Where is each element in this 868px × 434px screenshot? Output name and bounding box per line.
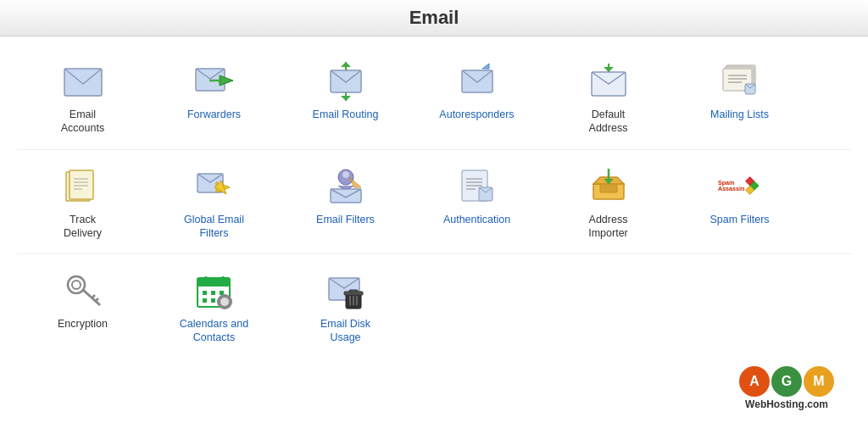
agm-circles: A G M [739, 366, 834, 397]
global-email-filters-item[interactable]: Global EmailFilters [148, 159, 280, 246]
svg-marker-10 [482, 64, 489, 69]
email-accounts-icon [61, 58, 105, 103]
svg-line-51 [92, 295, 95, 298]
content-area: EmailAccounts Forwarders [0, 36, 868, 434]
agm-g-circle: G [771, 366, 802, 397]
agm-text: WebHosting.com [745, 398, 828, 410]
svg-rect-57 [203, 291, 207, 295]
address-importer-label: AddressImporter [588, 213, 628, 241]
icon-row-2: TrackDelivery Global EmailFilters [17, 150, 851, 255]
address-importer-icon [587, 164, 631, 208]
mailing-lists-icon [718, 58, 762, 103]
authentication-icon [455, 164, 499, 208]
email-disk-usage-item[interactable]: Email DiskUsage [280, 263, 411, 350]
svg-rect-65 [224, 306, 225, 309]
mailing-lists-item[interactable]: Mailing Lists [674, 53, 805, 126]
agm-com: .com [804, 398, 828, 410]
spam-filters-item[interactable]: Spam Assassin Spam Filters [674, 159, 805, 231]
svg-marker-13 [604, 67, 614, 72]
email-routing-label: Email Routing [313, 108, 379, 121]
page-container: Email EmailAccounts [0, 0, 868, 434]
svg-rect-22 [70, 170, 93, 199]
authentication-label: Authentication [443, 213, 510, 226]
page-title: Email [0, 7, 868, 29]
forwarders-label: Forwarders [187, 108, 241, 121]
encryption-item[interactable]: Encryption [17, 263, 148, 336]
svg-point-63 [220, 298, 229, 306]
default-address-icon [587, 58, 631, 103]
svg-text:Assassin: Assassin [718, 186, 744, 192]
email-accounts-item[interactable]: EmailAccounts [17, 53, 148, 141]
email-routing-item[interactable]: Email Routing [280, 53, 411, 126]
forwarders-item[interactable]: Forwarders [148, 53, 280, 126]
spam-filters-icon: Spam Assassin [718, 164, 762, 208]
svg-rect-64 [224, 294, 225, 298]
svg-rect-61 [211, 298, 215, 303]
email-filters-label: Email Filters [316, 213, 375, 226]
agm-m-circle: M [804, 366, 834, 397]
svg-point-48 [68, 276, 85, 293]
track-delivery-label: TrackDelivery [64, 213, 102, 241]
encryption-label: Encryption [58, 317, 108, 331]
svg-rect-40 [600, 184, 617, 192]
default-address-label: DefaultAddress [589, 108, 628, 136]
svg-point-31 [342, 171, 349, 178]
encryption-icon [61, 268, 105, 312]
forwarders-icon [192, 58, 236, 103]
icon-row-3: Encryption [17, 254, 851, 426]
svg-marker-6 [341, 62, 351, 67]
global-email-filters-icon [192, 164, 236, 208]
track-delivery-icon [61, 164, 105, 208]
address-importer-item[interactable]: AddressImporter [542, 159, 674, 246]
email-disk-usage-label: Email DiskUsage [320, 317, 370, 345]
autoresponders-item[interactable]: Autoresponders [411, 53, 542, 126]
svg-text:Spam: Spam [718, 179, 734, 186]
email-accounts-label: EmailAccounts [61, 108, 104, 136]
global-email-filters-label: Global EmailFilters [184, 213, 244, 241]
svg-marker-8 [341, 96, 351, 101]
svg-line-52 [95, 298, 98, 302]
agm-logo: A G M WebHosting.com [722, 359, 851, 417]
calendars-contacts-icon [192, 268, 236, 312]
email-routing-icon [324, 58, 368, 103]
track-delivery-item[interactable]: TrackDelivery [17, 159, 148, 246]
svg-point-49 [72, 281, 81, 289]
agm-webhosting: WebHosting [745, 398, 804, 410]
spam-filters-label: Spam Filters [709, 213, 769, 226]
svg-rect-67 [229, 301, 232, 303]
svg-rect-58 [211, 291, 215, 295]
agm-a-circle: A [739, 366, 770, 397]
autoresponders-label: Autoresponders [439, 108, 514, 121]
calendars-contacts-item[interactable]: Calendars andContacts [148, 263, 280, 350]
icon-row-1: EmailAccounts Forwarders [17, 45, 851, 150]
authentication-item[interactable]: Authentication [411, 159, 542, 231]
email-disk-usage-icon [324, 268, 368, 312]
mailing-lists-label: Mailing Lists [710, 108, 769, 121]
svg-marker-2 [220, 75, 233, 86]
svg-rect-54 [198, 278, 230, 287]
svg-rect-71 [349, 290, 358, 292]
page-header: Email [0, 0, 868, 36]
email-filters-item[interactable]: Email Filters [280, 159, 411, 231]
svg-rect-66 [217, 301, 220, 303]
email-filters-icon [324, 164, 368, 208]
svg-rect-60 [203, 298, 207, 303]
autoresponders-icon [455, 58, 499, 103]
calendars-contacts-label: Calendars andContacts [180, 317, 248, 345]
default-address-item[interactable]: DefaultAddress [542, 53, 674, 141]
